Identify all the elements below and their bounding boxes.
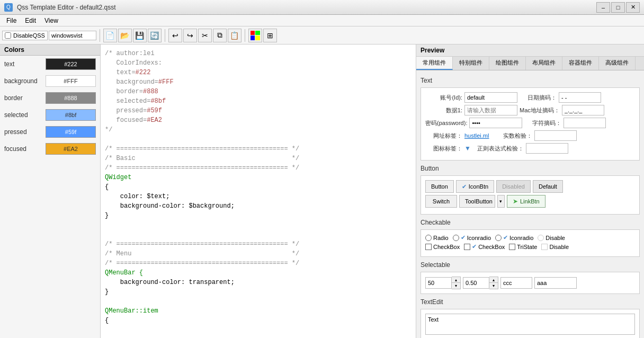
color-swatch-text[interactable]: #222 [46,58,96,70]
tab-special[interactable]: 特别组件 [453,57,489,70]
color-label-focused: focused [4,145,41,153]
checkbox-icon-4 [541,244,548,250]
date-input[interactable] [559,92,601,103]
save-button[interactable]: 💾 [133,29,147,42]
new-button[interactable]: 📄 [103,29,117,42]
checkbox-item-4: Disable [541,244,569,250]
mac-label: Mac地址摘码： [520,106,560,114]
open-button[interactable]: 📂 [118,29,132,42]
btn-button[interactable]: Button [425,180,454,193]
tab-common[interactable]: 常用组件 [416,57,453,70]
color-label-selected: selected [4,111,41,119]
password-input[interactable] [469,118,522,128]
tab-container[interactable]: 容器组件 [562,57,599,70]
toolbar-separator-3 [245,29,245,42]
spin-btns-2: ▴ ▾ [489,277,498,289]
radio-icon-3[interactable] [495,235,502,241]
data1-input[interactable] [464,105,517,115]
spin-down-1[interactable]: ▾ [452,283,460,289]
code-line: } [105,287,412,297]
spin-down-2[interactable]: ▾ [489,283,498,289]
code-line: { [105,316,412,325]
checkbox-icon-2[interactable] [464,244,470,250]
disable-qss-checkbox[interactable] [5,32,11,39]
code-line: /* =====================================… [105,144,412,154]
form-row-password: 密码(password): 字符摘码： [425,118,635,128]
checkbox-icon-1[interactable] [425,244,432,250]
toolbutton-dropdown[interactable]: ▾ [497,195,505,208]
buttons-section: Button ✔ IconBtn Disabled Default Switch… [421,175,640,215]
paste-button[interactable]: 📋 [228,29,241,42]
redo-button[interactable]: ↪ [183,29,197,42]
radio-icon-1[interactable] [425,235,432,241]
sel-input-1[interactable] [500,277,532,289]
color-swatch-focused[interactable]: #EA2 [46,143,96,155]
toolbar-separator-1 [100,29,100,42]
color-swatch-pressed[interactable]: #59f [46,126,96,138]
sel-row: ▴ ▾ ▴ ▾ [425,277,635,289]
checkbox-item-2: ✔ CheckBox [464,243,505,250]
spin-up-1[interactable]: ▴ [452,277,460,283]
menu-file[interactable]: File [2,16,21,25]
color-row-background: background #FFF [0,73,100,90]
spinbox-1: ▴ ▾ [425,277,461,289]
url-link[interactable]: hustlei.ml [464,132,489,139]
real-label: 实数检验： [495,132,532,140]
regex-input[interactable] [526,143,568,154]
minimize-button[interactable]: – [596,2,610,13]
menu-edit[interactable]: Edit [21,16,40,25]
btn-default[interactable]: Default [533,180,563,193]
copy-button[interactable]: ⧉ [213,29,227,42]
color-swatch-background[interactable]: #FFF [46,75,96,87]
spin-input-2[interactable] [463,277,489,289]
code-line: text=#222 [105,68,412,77]
toolbar-edit-buttons: ↩ ↪ ✂ ⧉ 📋 [168,29,241,42]
account-label: 账号(Id): [425,94,462,102]
btn-toolbutton[interactable]: ToolButton [459,195,495,208]
btn-linkbtn[interactable]: ➤ LinkBtn [507,195,545,208]
color-grid-button[interactable] [248,29,262,42]
disable-qss-control: DisableQSS [2,31,48,40]
real-input[interactable] [534,130,577,141]
char-input[interactable] [564,118,606,128]
regex-label: 正则表达式检验： [477,145,524,153]
btn-disabled[interactable]: Disabled [496,180,531,193]
color-row-border: border #888 [0,90,100,106]
btn-switch[interactable]: Switch [425,195,457,208]
radio-item-3: ✔ Iconradio [495,234,533,241]
menu-view[interactable]: View [40,16,62,25]
tab-drawing[interactable]: 绘图组件 [489,57,526,70]
code-line: /* Basic */ [105,154,412,163]
app-icon: Q [4,3,13,12]
undo-button[interactable]: ↩ [168,29,182,42]
cut-button[interactable]: ✂ [198,29,212,42]
grid-button[interactable]: ⊞ [263,29,277,42]
char-label: 字符摘码： [524,119,561,127]
menu-bar: File Edit View [0,15,644,26]
color-swatch-selected[interactable]: #8bf [46,109,96,121]
code-line: { [105,182,412,192]
mac-input[interactable] [562,105,604,115]
refresh-button[interactable]: 🔄 [148,29,162,42]
tab-advanced[interactable]: 高级组件 [599,57,636,70]
radio-icon-2[interactable] [453,235,459,241]
color-swatch-border[interactable]: #888 [46,92,96,104]
spin-input-1[interactable] [425,277,452,289]
text-section-title: Text [421,77,640,84]
checkable-section-title: Checkable [421,219,640,226]
code-editor[interactable]: /* author:lei ColorIndexs: text=#222 bac… [101,45,416,338]
text-edit-box[interactable]: Text [425,314,635,335]
checkbox-icon-3[interactable] [509,244,515,250]
maximize-button[interactable]: □ [611,2,625,13]
btn-row-1: Button ✔ IconBtn Disabled Default [425,180,635,193]
style-input[interactable] [49,31,96,40]
form-row-icon: 图标标签： ▼ 正则表达式检验： [425,143,635,154]
checkbox-item-3: TriState [509,244,537,250]
btn-iconbtn[interactable]: ✔ IconBtn [456,180,494,193]
account-input[interactable] [464,92,517,103]
sel-input-2[interactable] [534,277,577,289]
spin-up-2[interactable]: ▴ [489,277,498,283]
spinbox-2: ▴ ▾ [463,277,498,289]
close-button[interactable]: ✕ [626,2,640,13]
tab-layout[interactable]: 布局组件 [526,57,562,70]
